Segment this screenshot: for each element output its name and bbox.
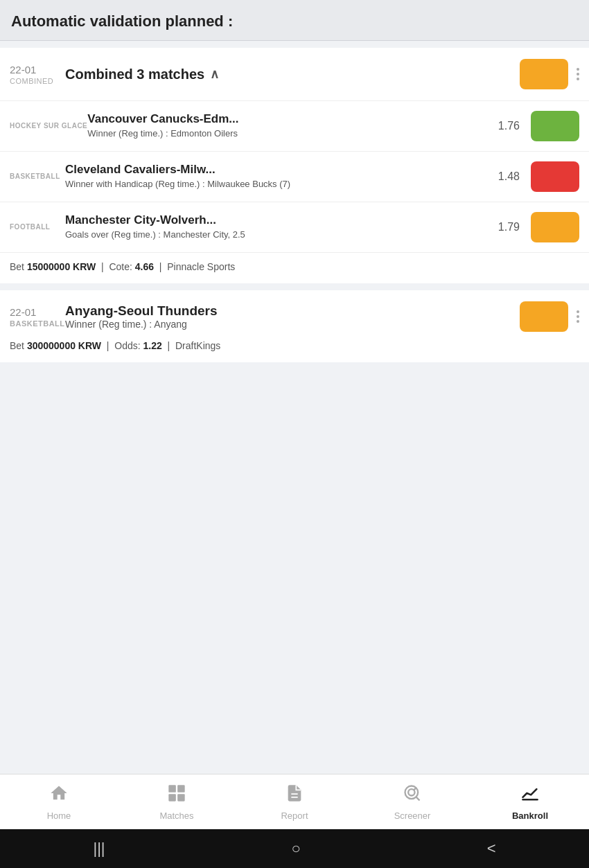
combined-title: Combined 3 matches ∧ <box>65 67 520 82</box>
page-header: Automatic validation planned : <box>0 0 589 41</box>
chevron-up-icon[interactable]: ∧ <box>210 67 219 82</box>
match-name-basketball: Cleveland Cavaliers-Milw... <box>65 163 492 177</box>
svg-rect-3 <box>177 794 185 801</box>
empty-space <box>0 369 589 508</box>
match-name-hockey: Vancouver Canucks-Edm... <box>87 112 492 126</box>
svg-point-8 <box>408 789 414 795</box>
page-title: Automatic validation planned : <box>11 12 578 30</box>
combined-bet-summary: Bet 15000000 KRW | Cote: 4.66 | Pinnacle… <box>0 253 589 283</box>
nav-bankroll-label: Bankroll <box>512 811 548 821</box>
match-info-basketball: Cleveland Cavaliers-Milw... Winner with … <box>65 163 492 191</box>
single-match-name: Anyang-Seoul Thunders <box>65 303 520 319</box>
match-badge-hockey <box>531 111 579 141</box>
more-options-button[interactable] <box>577 64 579 85</box>
match-badge-basketball <box>531 161 579 192</box>
match-odds-basketball: 1.48 <box>492 170 520 183</box>
single-date-block: 22-01 BASKETBALL <box>10 306 65 328</box>
match-bet-basketball: Winner with Handicap (Reg time.) : Milwa… <box>65 178 492 191</box>
single-info: Anyang-Seoul Thunders Winner (Reg time.)… <box>65 303 520 330</box>
nav-screener-label: Screener <box>394 811 431 821</box>
nav-home-label: Home <box>47 811 71 821</box>
combined-color-badge <box>520 59 568 89</box>
matches-icon <box>167 783 186 808</box>
single-odds: 1.22 <box>143 340 162 351</box>
svg-rect-2 <box>168 794 176 801</box>
match-odds-hockey: 1.76 <box>492 120 520 132</box>
android-home-button[interactable]: ○ <box>291 840 300 858</box>
single-match-bet: Winner (Reg time.) : Anyang <box>65 319 520 330</box>
home-icon <box>49 783 69 808</box>
nav-bankroll[interactable]: Bankroll <box>471 774 589 829</box>
single-bet-amount: 300000000 KRW <box>27 340 101 351</box>
single-sport: BASKETBALL <box>10 319 65 328</box>
screener-icon <box>403 783 422 808</box>
match-badge-football <box>531 212 579 242</box>
match-sport-football: FOOTBALL <box>10 222 65 232</box>
nav-screener[interactable]: Screener <box>353 774 471 829</box>
combined-date: 22-01 <box>10 64 65 76</box>
single-bookmaker: DraftKings <box>175 340 220 351</box>
combined-bet-amount: 15000000 KRW <box>27 261 96 272</box>
content-area: 22-01 COMBINED Combined 3 matches ∧ HOCK… <box>0 41 589 774</box>
match-sport-hockey: HOCKEY SUR GLACE <box>10 121 87 131</box>
combined-type: COMBINED <box>10 77 65 85</box>
single-bet-summary: Bet 300000000 KRW | Odds: 1.22 | DraftKi… <box>0 337 589 362</box>
combined-header: 22-01 COMBINED Combined 3 matches ∧ <box>0 48 589 101</box>
svg-line-7 <box>416 797 419 800</box>
match-row-football: FOOTBALL Manchester City-Wolverh... Goal… <box>0 202 589 253</box>
android-menu-button[interactable]: ||| <box>93 840 105 858</box>
bottom-nav: Home Matches Report <box>0 774 589 829</box>
combined-bookmaker: Pinnacle Sports <box>167 261 235 272</box>
svg-rect-0 <box>168 785 176 792</box>
combined-bet-card: 22-01 COMBINED Combined 3 matches ∧ HOCK… <box>0 48 589 283</box>
nav-report[interactable]: Report <box>236 774 353 829</box>
single-header: 22-01 BASKETBALL Anyang-Seoul Thunders W… <box>0 290 589 337</box>
nav-report-label: Report <box>281 811 308 821</box>
match-bet-hockey: Winner (Reg time.) : Edmonton Oilers <box>87 127 492 140</box>
combined-date-block: 22-01 COMBINED <box>10 64 65 85</box>
nav-home[interactable]: Home <box>0 774 118 829</box>
svg-rect-1 <box>177 785 185 792</box>
match-bet-football: Goals over (Reg time.) : Manchester City… <box>65 229 492 241</box>
match-row-basketball: BASKETBALL Cleveland Cavaliers-Milw... W… <box>0 152 589 202</box>
combined-cote: 4.66 <box>135 261 154 272</box>
single-badge <box>520 301 568 332</box>
match-info-football: Manchester City-Wolverh... Goals over (R… <box>65 213 492 241</box>
android-back-button[interactable]: < <box>487 840 496 858</box>
match-odds-football: 1.79 <box>492 221 520 233</box>
match-sport-basketball: BASKETBALL <box>10 172 65 181</box>
svg-line-9 <box>414 787 416 790</box>
report-icon <box>285 783 304 808</box>
match-name-football: Manchester City-Wolverh... <box>65 213 492 227</box>
nav-matches-label: Matches <box>159 811 193 821</box>
match-info-hockey: Vancouver Canucks-Edm... Winner (Reg tim… <box>87 112 492 140</box>
android-nav: ||| ○ < <box>0 829 589 868</box>
single-bet-card: 22-01 BASKETBALL Anyang-Seoul Thunders W… <box>0 290 589 362</box>
bankroll-icon <box>520 783 540 808</box>
nav-matches[interactable]: Matches <box>118 774 236 829</box>
single-more-options-button[interactable] <box>577 306 579 327</box>
single-date: 22-01 <box>10 306 65 318</box>
match-row-hockey: HOCKEY SUR GLACE Vancouver Canucks-Edm..… <box>0 101 589 152</box>
